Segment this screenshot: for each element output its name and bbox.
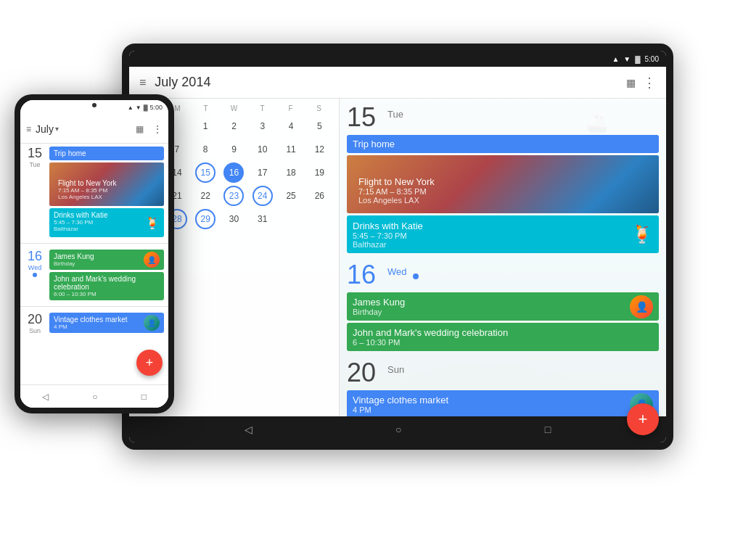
phone-recents-icon[interactable]: □ (141, 392, 147, 402)
phone-day-16-col: 16 Wed (25, 250, 45, 300)
tablet-day-16-number: 16 (347, 262, 382, 288)
tablet-james-sub: Birthday (353, 308, 627, 316)
tablet-drinks-icon: 🍹 (631, 224, 653, 244)
tablet-header-icons: ▦ ⋮ (626, 75, 656, 91)
tablet-calendar-icon[interactable]: ▦ (626, 77, 636, 88)
tablet-header: ≡ July 2014 ▦ ⋮ (129, 67, 666, 99)
tablet-day-16-label: 16 Wed (347, 262, 659, 288)
tablet-day-15-section: 15 Tue Trip home (347, 104, 659, 253)
phone-event-drinks-katie[interactable]: Drinks with Katie 5:45 – 7:30 PM Balthaz… (49, 208, 164, 237)
phone-fab-button[interactable]: + (136, 350, 163, 376)
phone-event-flight-ny[interactable]: Flight to New York 7:15 AM – 8:35 PM Los… (49, 162, 164, 206)
cal-day-11[interactable]: 11 (277, 139, 304, 160)
phone-day-15-events: Trip home Flight to New York 7:15 AM – 8… (49, 147, 164, 237)
tablet-fab-button[interactable]: + (627, 403, 659, 435)
cal-empty-3 (277, 208, 304, 230)
cal-day-2[interactable]: 2 (221, 115, 247, 137)
phone-status-right: ▲ ▼ ▓ 5:00 (128, 104, 163, 111)
cal-day-12[interactable]: 12 (306, 139, 333, 160)
phone-calendar-icon[interactable]: ▦ (136, 124, 144, 134)
cal-day-5[interactable]: 5 (306, 115, 333, 137)
tablet-home-icon[interactable]: ○ (395, 424, 401, 435)
tablet-james-title: James Kung (353, 297, 627, 308)
phone-james-avatar: 👤 (144, 252, 160, 268)
tablet-menu-icon[interactable]: ≡ (139, 76, 146, 89)
phone-day-15-section: 15 Tue Trip home Flight to New York (20, 144, 168, 240)
tablet-device: ▲ ▼ ▓ 5:00 ≡ July 2014 ▦ ⋮ (122, 44, 673, 450)
phone-day-20-name: Sun (29, 327, 41, 334)
tablet-event-vintage[interactable]: Vintage clothes market 4 PM 👤 (347, 390, 659, 416)
tablet-day-20-number: 20 (347, 360, 382, 386)
tablet-event-drinks-katie[interactable]: Drinks with Katie 5:45 – 7:30 PM Balthaz… (347, 215, 659, 253)
cal-day-24[interactable]: 24 (249, 185, 276, 207)
cal-day-19[interactable]: 19 (306, 162, 333, 184)
tablet-body: 🐠 🐟 🐠 🐟 🐠 🚢 (129, 99, 666, 416)
cal-day-3[interactable]: 3 (249, 115, 276, 137)
tablet-recents-icon[interactable]: □ (545, 424, 551, 435)
cal-day-29[interactable]: 29 (192, 208, 219, 230)
cal-day-22[interactable]: 22 (192, 185, 219, 207)
phone-james-title: James Kung (54, 252, 142, 260)
cal-day-10[interactable]: 10 (249, 139, 276, 160)
tablet-day-15-label: 15 Tue (347, 104, 659, 131)
scene: ▲ ▼ ▓ 5:00 ≡ July 2014 ▦ ⋮ (0, 0, 743, 560)
tablet-back-icon[interactable]: ◁ (245, 424, 253, 435)
cal-day-25[interactable]: 25 (277, 185, 304, 207)
phone-flight-title: Flight to New York (58, 179, 155, 187)
tablet-day-15-name: Tue (387, 109, 403, 120)
phone-device: ▲ ▼ ▓ 5:00 ≡ July ▾ ▦ ⋮ (15, 94, 174, 413)
phone-menu-icon[interactable]: ≡ (26, 124, 31, 134)
cal-day-30[interactable]: 30 (221, 208, 247, 230)
phone-event-trip-home[interactable]: Trip home (49, 147, 164, 160)
cal-header-w: W (220, 104, 248, 112)
cal-day-8[interactable]: 8 (192, 139, 219, 160)
tablet-more-icon[interactable]: ⋮ (643, 75, 656, 91)
cal-day-16[interactable]: 16 (221, 162, 247, 184)
tablet-time: 5:00 (645, 55, 659, 63)
cal-day-4[interactable]: 4 (277, 115, 304, 137)
phone-day-15-col: 15 Tue (25, 147, 45, 237)
tablet-battery-icon: ▓ (635, 55, 640, 63)
phone-more-icon[interactable]: ⋮ (152, 123, 163, 135)
phone-nav-bar: ◁ ○ □ (20, 384, 168, 408)
phone-day-16-section: 16 Wed James Kung Birthday 👤 Jo (20, 247, 168, 303)
cal-header-f: F (276, 104, 305, 112)
phone-flight-sub: Los Angeles LAX (58, 194, 155, 200)
tablet-flight-sub: Los Angeles LAX (358, 196, 647, 205)
phone-home-icon[interactable]: ○ (92, 392, 97, 402)
phone-event-james-kung[interactable]: James Kung Birthday 👤 (49, 250, 164, 270)
cal-day-17[interactable]: 17 (249, 162, 276, 184)
cal-day-18[interactable]: 18 (277, 162, 304, 184)
cal-day-1[interactable]: 1 (192, 115, 219, 137)
phone-drinks-title: Drinks with Katie (54, 211, 144, 219)
tablet-drinks-time: 5:45 – 7:30 PM (353, 231, 423, 240)
tablet-day-16-section: 16 Wed James Kung Birthday 👤 (347, 262, 659, 351)
tablet-title: July 2014 (155, 75, 617, 90)
phone-day-20-col: 20 Sun (25, 313, 45, 334)
cal-day-31[interactable]: 31 (249, 208, 276, 230)
cal-day-23[interactable]: 23 (221, 185, 247, 207)
phone-divider-1 (20, 243, 168, 244)
phone-event-vintage[interactable]: Vintage clothes market 4 PM 👤 (49, 313, 164, 333)
tablet-flight-title: Flight to New York (358, 176, 647, 187)
cal-day-9[interactable]: 9 (221, 139, 247, 160)
phone-day-20-events: Vintage clothes market 4 PM 👤 (49, 313, 164, 334)
tablet-vintage-title: Vintage clothes market (353, 395, 627, 405)
phone-day-20-section: 20 Sun Vintage clothes market 4 PM 👤 (20, 310, 168, 337)
phone-chevron-icon: ▾ (55, 125, 59, 133)
tablet-event-trip-home[interactable]: Trip home (347, 135, 659, 153)
phone-event-wedding[interactable]: John and Mark's wedding celebration 6:00… (49, 272, 164, 300)
tablet-signal-icon: ▼ (623, 55, 631, 63)
tablet-event-james-kung[interactable]: James Kung Birthday 👤 (347, 292, 659, 321)
tablet-event-wedding[interactable]: John and Mark's wedding celebration 6 – … (347, 323, 659, 351)
cal-day-15[interactable]: 15 (192, 162, 219, 184)
tablet-day-20-name: Sun (387, 364, 404, 375)
phone-back-icon[interactable]: ◁ (42, 392, 49, 402)
tablet-screen: ▲ ▼ ▓ 5:00 ≡ July 2014 ▦ ⋮ (129, 51, 666, 442)
phone-drinks-time: 5:45 – 7:30 PM (54, 219, 144, 226)
cal-day-26[interactable]: 26 (306, 185, 333, 207)
tablet-event-flight-ny[interactable]: Flight to New York 7:15 AM – 8:35 PM Los… (347, 155, 659, 213)
tablet-vintage-time: 4 PM (353, 405, 627, 414)
phone-trip-home-title: Trip home (54, 149, 160, 157)
tablet-drinks-title: Drinks with Katie (353, 221, 423, 231)
